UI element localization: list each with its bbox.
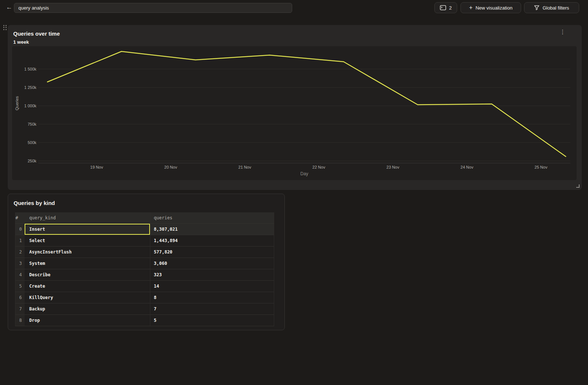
table-panel-title: Queries by kind: [14, 200, 55, 206]
global-filters-label: Global filters: [542, 5, 569, 11]
row-index-cell[interactable]: 6: [15, 292, 25, 303]
queries-count-cell[interactable]: 577,820: [150, 246, 274, 258]
y-axis-tick-label: 500k: [28, 140, 36, 145]
console-count-label: 2: [449, 5, 452, 11]
query-kind-cell[interactable]: Drop: [25, 314, 150, 326]
query-kind-cell[interactable]: Describe: [25, 269, 150, 280]
queries-line-chart: 1 500k1 250k1 000k750k500k250k19 Nov20 N…: [12, 46, 577, 180]
global-filters-button[interactable]: Global filters: [524, 2, 579, 13]
x-axis-tick-label: 21 Nov: [239, 165, 251, 169]
queries-over-time-panel: Queries over time 1 week ⋮ 1 500k1 250k1…: [8, 25, 582, 190]
panel-resize-handle-icon[interactable]: [576, 184, 580, 188]
table-row: 3System3,060: [15, 258, 274, 269]
queries-count-cell[interactable]: 14: [150, 280, 274, 292]
new-visualization-label: New visualization: [476, 5, 512, 11]
x-axis-tick-label: 23 Nov: [387, 165, 399, 169]
row-index-cell[interactable]: 0: [15, 223, 25, 235]
x-axis-tick-label: 19 Nov: [90, 165, 103, 169]
x-axis-title: Day: [300, 171, 308, 176]
queries-by-kind-panel: Queries by kind #query_kindqueries 0Inse…: [8, 194, 285, 330]
funnel-icon: [534, 5, 539, 10]
table-row: 4Describe323: [15, 269, 274, 280]
table-row: 7Backup7: [15, 303, 274, 314]
query-kind-cell[interactable]: KillQuery: [25, 292, 150, 303]
queries-count-cell[interactable]: 1,443,894: [150, 235, 274, 246]
query-kind-cell[interactable]: Insert: [25, 223, 150, 235]
x-axis-tick-label: 22 Nov: [312, 165, 325, 169]
table-header-row: #query_kindqueries: [15, 212, 274, 223]
queries-count-cell[interactable]: 8: [150, 292, 274, 303]
table-column-header[interactable]: #: [15, 212, 25, 223]
query-kind-cell[interactable]: System: [25, 258, 150, 269]
queries-count-cell[interactable]: 5: [150, 314, 274, 326]
query-kind-cell[interactable]: AsyncInsertFlush: [25, 246, 150, 258]
y-axis-tick-label: 750k: [28, 122, 36, 126]
row-index-cell[interactable]: 3: [15, 258, 25, 269]
panel-menu-kebab-icon[interactable]: ⋮: [559, 28, 566, 36]
row-index-cell[interactable]: 4: [15, 269, 25, 280]
table-column-header[interactable]: queries: [150, 212, 274, 223]
y-axis-tick-label: 250k: [28, 159, 36, 163]
y-axis-title: Queries: [15, 96, 19, 110]
row-index-cell[interactable]: 2: [15, 246, 25, 258]
query-kind-cell[interactable]: Create: [25, 280, 150, 292]
row-index-cell[interactable]: 1: [15, 235, 25, 246]
queries-count-cell[interactable]: 3,060: [150, 258, 274, 269]
line-chart-plot-area: 1 500k1 250k1 000k750k500k250k19 Nov20 N…: [12, 46, 577, 180]
table-column-header[interactable]: query_kind: [25, 212, 150, 223]
panel-drag-handle-icon[interactable]: [3, 25, 7, 30]
queries-by-kind-table: #query_kindqueries 0Insert8,307,0211Sele…: [15, 212, 274, 326]
table-row: 6KillQuery8: [15, 292, 274, 303]
table-row: 8Drop5: [15, 314, 274, 326]
x-axis-tick-label: 20 Nov: [164, 165, 177, 169]
queries-count-cell[interactable]: 8,307,021: [150, 223, 274, 235]
y-axis-tick-label: 1 250k: [24, 85, 37, 90]
queries-line-series[interactable]: [47, 51, 566, 156]
table-row: 0Insert8,307,021: [15, 223, 274, 235]
chart-panel-subtitle: 1 week: [13, 39, 29, 45]
table-row: 1Select1,443,894: [15, 235, 274, 246]
y-axis-tick-label: 1 500k: [24, 67, 37, 71]
plus-icon: +: [469, 4, 473, 11]
x-axis-tick-label: 25 Nov: [535, 165, 548, 169]
console-count-button[interactable]: 2: [434, 2, 457, 13]
queries-count-cell[interactable]: 7: [150, 303, 274, 314]
new-visualization-button[interactable]: + New visualization: [460, 2, 521, 13]
table-row: 2AsyncInsertFlush577,820: [15, 246, 274, 258]
table-row: 5Create14: [15, 280, 274, 292]
dashboard-title-input[interactable]: [14, 3, 292, 13]
row-index-cell[interactable]: 5: [15, 280, 25, 292]
query-kind-cell[interactable]: Select: [25, 235, 150, 246]
chart-panel-title: Queries over time: [13, 30, 60, 37]
query-kind-cell[interactable]: Backup: [25, 303, 150, 314]
row-index-cell[interactable]: 8: [15, 314, 25, 326]
back-arrow-icon[interactable]: ←: [4, 3, 14, 12]
console-icon: [440, 5, 446, 10]
queries-count-cell[interactable]: 323: [150, 269, 274, 280]
y-axis-tick-label: 1 000k: [24, 104, 37, 108]
top-bar: ← 2 + New visualization Global filters: [0, 0, 588, 15]
x-axis-tick-label: 24 Nov: [460, 165, 473, 169]
row-index-cell[interactable]: 7: [15, 303, 25, 314]
